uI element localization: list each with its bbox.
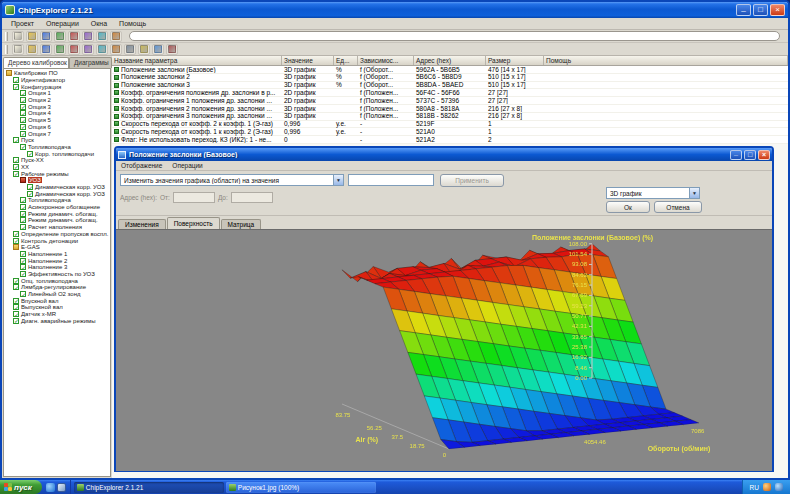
tab-active[interactable]: Поверхность bbox=[167, 217, 220, 229]
tree-item[interactable]: E-GAS bbox=[4, 244, 110, 251]
tree-item[interactable]: Опция 3 bbox=[4, 103, 110, 110]
tree-item[interactable]: Наполнение 3 bbox=[4, 264, 110, 271]
tree-item[interactable]: Топливоподача bbox=[4, 197, 110, 204]
tree-item[interactable]: Динамическая корр. УОЗ bbox=[4, 184, 110, 191]
tree-item[interactable]: Определение пропусков воспл. bbox=[4, 231, 110, 238]
save-icon[interactable] bbox=[40, 31, 52, 42]
surface-chart[interactable] bbox=[116, 229, 772, 470]
export-icon[interactable] bbox=[68, 31, 80, 42]
print-icon[interactable] bbox=[138, 44, 150, 55]
ie-quicklaunch-icon[interactable] bbox=[46, 483, 55, 492]
tree-item[interactable]: Пуск bbox=[4, 137, 110, 144]
menu-item[interactable]: Окна bbox=[85, 19, 113, 28]
map-window-titlebar[interactable]: Положение заслонки (Базовое) bbox=[116, 148, 772, 161]
minimize-button[interactable] bbox=[736, 4, 751, 16]
language-indicator[interactable]: RU bbox=[750, 484, 759, 491]
sidebar-tab[interactable]: Дерево калибровок bbox=[3, 57, 69, 68]
tree-item[interactable]: Топливоподача bbox=[4, 144, 110, 151]
menu-item[interactable]: Отображение bbox=[116, 162, 167, 169]
from-input[interactable] bbox=[173, 192, 215, 203]
menu-item[interactable]: Помощь bbox=[113, 19, 152, 28]
column-header[interactable]: Зависимос... bbox=[358, 56, 414, 65]
tree-item[interactable]: Идентификатор bbox=[4, 77, 110, 84]
sidebar-tab[interactable]: Диаграммы bbox=[69, 57, 112, 68]
tree-item[interactable]: Асинхронное обогащение bbox=[4, 204, 110, 211]
apply-button[interactable]: Применить bbox=[440, 174, 504, 187]
tree-item[interactable]: Наполнение 1 bbox=[4, 251, 110, 258]
column-header[interactable]: Помощь bbox=[544, 56, 788, 65]
table-icon[interactable] bbox=[40, 44, 52, 55]
tree-item[interactable]: ХХ bbox=[4, 164, 110, 171]
ok-button[interactable]: Ок bbox=[606, 201, 650, 213]
tree-item[interactable]: Калибровки ПО bbox=[4, 70, 110, 77]
checksum-icon[interactable] bbox=[96, 31, 108, 42]
save-icon[interactable] bbox=[26, 44, 38, 55]
cancel-button[interactable]: Отмена bbox=[654, 201, 702, 213]
map-maximize-button[interactable] bbox=[744, 150, 756, 160]
tree-item[interactable]: Конфигурация bbox=[4, 83, 110, 90]
graph-3d-icon[interactable] bbox=[68, 44, 80, 55]
tree-item[interactable]: Режим динамич. обогащ. bbox=[4, 210, 110, 217]
column-header[interactable]: Ед... bbox=[334, 56, 358, 65]
tree-item[interactable]: Опция 1 bbox=[4, 90, 110, 97]
tree-item[interactable]: Пуск-ХХ bbox=[4, 157, 110, 164]
tree-item[interactable]: Динамическая корр. УОЗ bbox=[4, 190, 110, 197]
options-icon[interactable] bbox=[152, 44, 164, 55]
compare-icon[interactable] bbox=[82, 31, 94, 42]
to-input[interactable] bbox=[231, 192, 273, 203]
tab-inactive[interactable]: Матрица bbox=[221, 219, 262, 229]
tree-item[interactable]: Лямбда-регулирование bbox=[4, 284, 110, 291]
import-icon[interactable] bbox=[54, 31, 66, 42]
menu-item[interactable]: Операции bbox=[40, 19, 85, 28]
column-header[interactable]: Размер bbox=[486, 56, 544, 65]
tree-item[interactable]: Опция 5 bbox=[4, 117, 110, 124]
tree-item[interactable]: Расчет наполнения bbox=[4, 224, 110, 231]
tree-item[interactable]: Опция 6 bbox=[4, 124, 110, 131]
file-selector-combo[interactable] bbox=[129, 31, 780, 41]
antivirus-tray-icon[interactable] bbox=[763, 483, 771, 491]
tree-item[interactable]: Опция 4 bbox=[4, 110, 110, 117]
close-button[interactable] bbox=[770, 4, 785, 16]
tree-item[interactable]: Опция 2 bbox=[4, 97, 110, 104]
maximize-button[interactable] bbox=[753, 4, 768, 16]
tree-item[interactable]: УОЗ bbox=[4, 177, 110, 184]
column-header[interactable]: Адрес (hex) bbox=[414, 56, 486, 65]
matrix-icon[interactable] bbox=[82, 44, 94, 55]
menu-item[interactable]: Операции bbox=[167, 162, 207, 169]
calculator-icon[interactable] bbox=[110, 44, 122, 55]
open-icon[interactable] bbox=[26, 31, 38, 42]
task-button[interactable]: ChipExplorer 2.1.21 bbox=[74, 482, 224, 493]
graph-2d-icon[interactable] bbox=[54, 44, 66, 55]
action-combo[interactable]: Изменить значения графика (области) на з… bbox=[120, 174, 344, 186]
compare-icon[interactable] bbox=[96, 44, 108, 55]
table-row[interactable]: Флаг: Не использовать переход. КЗ (ИК2):… bbox=[112, 136, 788, 144]
tree-item[interactable]: Опц. топливоподача bbox=[4, 277, 110, 284]
tree-item[interactable]: Выпускной вал bbox=[4, 304, 110, 311]
tree-item[interactable]: Опция 7 bbox=[4, 130, 110, 137]
map-minimize-button[interactable] bbox=[730, 150, 742, 160]
open-folder-icon[interactable] bbox=[12, 44, 24, 55]
tree-item[interactable]: Впускной вал bbox=[4, 297, 110, 304]
tree-item[interactable]: Рабочие режимы bbox=[4, 170, 110, 177]
graph-type-combo[interactable]: 3D график bbox=[606, 187, 700, 199]
menu-item[interactable]: Проект bbox=[5, 19, 40, 28]
checksum-icon[interactable] bbox=[124, 44, 136, 55]
help-icon[interactable] bbox=[166, 44, 178, 55]
tree-item[interactable]: Диагн. аварийные режимы bbox=[4, 317, 110, 324]
map-close-button[interactable] bbox=[758, 150, 770, 160]
tree-item[interactable]: Датчик x-MR bbox=[4, 311, 110, 318]
app-titlebar[interactable]: ChipExplorer 2.1.21 bbox=[2, 2, 788, 18]
column-header[interactable]: Значение bbox=[282, 56, 334, 65]
tree-item[interactable]: Наполнение 2 bbox=[4, 257, 110, 264]
value-input[interactable] bbox=[348, 174, 434, 186]
start-button[interactable]: пуск bbox=[0, 480, 42, 494]
settings-icon[interactable] bbox=[110, 31, 122, 42]
tree-item[interactable]: Линейный О2 зонд bbox=[4, 291, 110, 298]
show-desktop-icon[interactable] bbox=[57, 483, 66, 492]
column-header[interactable]: Название параметра bbox=[112, 56, 282, 65]
task-button[interactable]: Рисунок1.jpg (100%) bbox=[226, 482, 376, 493]
new-icon[interactable] bbox=[12, 31, 24, 42]
tab-inactive[interactable]: Изменения bbox=[118, 219, 166, 229]
tree-item[interactable]: Корр. топливоподачи bbox=[4, 150, 110, 157]
tree-item[interactable]: Эффективность по УОЗ bbox=[4, 271, 110, 278]
